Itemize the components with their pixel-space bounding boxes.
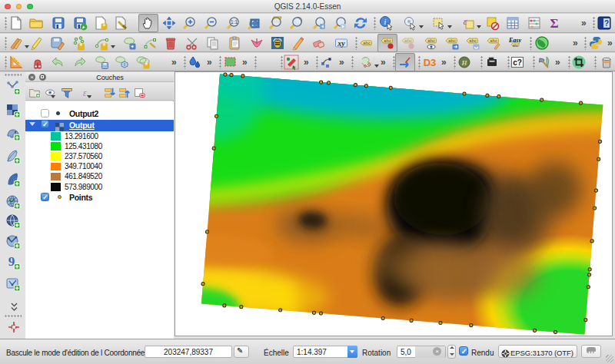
svg-text:abc: abc [404, 38, 412, 43]
svg-text:?: ? [604, 19, 609, 28]
svg-text:*: * [80, 42, 83, 51]
svg-text:abc: abc [490, 38, 497, 43]
svg-text:abc: abc [427, 38, 435, 43]
svg-text:i: i [384, 18, 387, 26]
svg-text:D3: D3 [424, 57, 437, 68]
svg-text:ε: ε [463, 15, 467, 27]
svg-text:abc: abc [384, 38, 391, 43]
svg-text:1:1: 1:1 [230, 19, 237, 25]
svg-text:abc: abc [363, 40, 371, 45]
svg-text:abc: abc [448, 38, 456, 43]
svg-text:xy: xy [337, 39, 345, 48]
svg-text:*: * [145, 61, 148, 70]
svg-text:9: 9 [8, 255, 15, 269]
svg-text:H: H [460, 59, 467, 67]
svg-text:abc: abc [513, 44, 519, 48]
svg-text:c?: c? [513, 58, 522, 67]
svg-text:*: * [103, 42, 106, 51]
svg-text:*: * [103, 22, 106, 30]
svg-text:abc: abc [469, 38, 477, 43]
svg-text:Σ: Σ [550, 16, 558, 31]
